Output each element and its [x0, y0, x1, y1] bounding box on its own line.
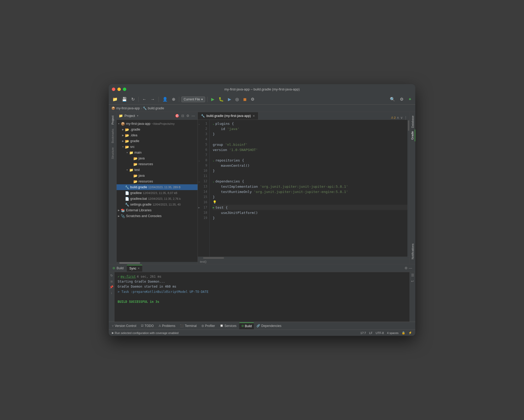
tree-arrow-src: ▾: [121, 146, 125, 148]
build-rerun-btn[interactable]: ↻: [109, 273, 114, 278]
notifications-panel-label[interactable]: Notifications: [410, 242, 415, 261]
build-soft-wrap-btn[interactable]: ↩: [411, 279, 414, 283]
todo-tab[interactable]: ☑ TODO: [139, 322, 156, 329]
tree-arrow-main-java: ▶: [129, 157, 133, 160]
locate-file-btn[interactable]: 🎯: [174, 113, 180, 118]
fold-icon-17[interactable]: ▶: [213, 206, 214, 209]
sync-tab-close[interactable]: ✕: [138, 267, 140, 270]
maximize-button[interactable]: [123, 88, 126, 91]
breadcrumb-file[interactable]: 🔧 build.gradle: [143, 106, 164, 110]
collapse-all-btn[interactable]: ⊟: [181, 113, 185, 118]
version-control-tab[interactable]: ⑂ Version Control: [110, 322, 138, 329]
editor-tab-build-gradle[interactable]: 🔧 build.gradle (my-first-java-app) ✕: [198, 112, 258, 120]
run-button[interactable]: ▶: [210, 96, 216, 103]
my-first-link-text[interactable]: my-first: [121, 274, 136, 279]
tree-item-gradlew[interactable]: ▶ 📄 gradlew 12/04/2023, 11:35, 8,07 kB: [117, 190, 198, 196]
tree-item-test-java[interactable]: ▶ 📂 java: [117, 173, 198, 179]
project-options-btn[interactable]: ⚙: [186, 113, 190, 118]
database-panel-label[interactable]: Database: [410, 114, 415, 130]
refresh-button[interactable]: ↻: [130, 96, 136, 103]
build-settings-btn[interactable]: ⚙: [405, 266, 408, 270]
build-sub-tab[interactable]: ⚙ Build: [110, 265, 126, 272]
editor-hscroll[interactable]: [198, 257, 410, 259]
debug-button[interactable]: 🐛: [217, 96, 225, 103]
tree-item-main-resources[interactable]: ▶ 📂 resources: [117, 161, 198, 167]
tree-item-gradlew-bat[interactable]: ▶ 📄 gradlew.bat 12/04/2023, 11:35, 2,76 …: [117, 196, 198, 202]
build-button[interactable]: ⚙: [249, 96, 256, 103]
tree-arrow-settings-gradle: ▶: [121, 203, 125, 206]
cursor-position[interactable]: 17:7: [361, 331, 366, 335]
breadcrumb-project[interactable]: 📦 my-first-java-app: [111, 106, 140, 110]
sync-tab-label: Sync: [129, 267, 137, 270]
open-folder-button[interactable]: 📁: [111, 96, 119, 103]
panel-strip-bookmarks-btn[interactable]: Bookmarks: [110, 127, 116, 145]
expand-btn[interactable]: ∨: [400, 116, 403, 120]
deps-icon: 🔗: [256, 324, 260, 327]
search-everywhere-button[interactable]: 🔍: [388, 96, 397, 103]
back-button[interactable]: ←: [141, 96, 148, 103]
project-scrollbar[interactable]: [117, 262, 198, 264]
user-button[interactable]: 👤: [161, 96, 169, 103]
tree-item-test[interactable]: ▾ 📁 test: [117, 167, 198, 173]
tree-item-gradle2[interactable]: ▶ 📂 gradle: [117, 138, 198, 144]
tree-item-scratches[interactable]: ▶ 📎 Scratches and Consoles: [117, 213, 198, 219]
minimize-button[interactable]: [117, 88, 121, 91]
panel-strip-structure-btn[interactable]: Structure: [110, 146, 116, 161]
collapse-btn[interactable]: ∧: [397, 116, 399, 120]
close-button[interactable]: [112, 88, 115, 91]
tree-item-main-java[interactable]: ▶ 📂 java: [117, 155, 198, 161]
tree-item-build-gradle[interactable]: ▶ 🔧 build.gradle 12/04/2023, 11:35, 289 …: [117, 184, 198, 190]
build-tab-active[interactable]: ⚙ Build: [239, 322, 254, 329]
fold-17[interactable]: ▶: [198, 206, 200, 209]
todo-label: TODO: [145, 324, 154, 328]
tree-item-main[interactable]: ▾ 📁 main: [117, 150, 198, 155]
fold-8[interactable]: ⌄: [198, 159, 200, 162]
tree-root[interactable]: ▾ 📦 my-first-java-app ~/IdeaProjects/my: [117, 121, 198, 127]
indent-settings[interactable]: 4 spaces: [387, 331, 399, 335]
build-filter-btn[interactable]: ☰: [411, 273, 414, 277]
settings-button[interactable]: ⚙: [398, 96, 405, 103]
tree-item-settings-gradle[interactable]: ▶ 🔧 settings.gradle 12/04/2023, 11:35, 4…: [117, 202, 198, 207]
tree-item-ext-libs[interactable]: ▶ 📚 External Libraries: [117, 207, 198, 213]
build-stop-btn[interactable]: ◼: [109, 279, 114, 284]
fold-icon-12[interactable]: ⌄: [213, 180, 214, 183]
build-gradle-meta: 12/04/2023, 11:35, 289 B: [148, 186, 181, 189]
profiler-tab[interactable]: ◎ Profiler: [199, 322, 217, 329]
profile-button[interactable]: ◎: [234, 96, 241, 103]
dependencies-tab[interactable]: 🔗 Dependencies: [254, 322, 283, 329]
encoding[interactable]: UTF-8: [376, 331, 384, 335]
build-pin-btn[interactable]: 📌: [109, 285, 114, 289]
plugins-button[interactable]: ✦: [407, 96, 413, 103]
tree-item-test-resources[interactable]: ▶ 📂 resources: [117, 179, 198, 184]
build-hide-btn[interactable]: —: [409, 266, 412, 270]
sync-tab[interactable]: Sync ✕: [127, 265, 143, 272]
forward-button[interactable]: →: [149, 96, 156, 103]
tree-item-gradle-folder[interactable]: ▶ 📂 .gradle: [117, 127, 198, 132]
terminal-tab[interactable]: ⬛ Terminal: [178, 322, 199, 329]
fold-12[interactable]: ⌄: [198, 180, 200, 183]
build-left-strip: ↻ ◼ 📌 ↓: [109, 272, 114, 322]
recent-files-btn[interactable]: ⋮: [404, 116, 407, 120]
fold-icon-1[interactable]: ⌄: [213, 122, 214, 125]
cursor-button[interactable]: ⊕: [170, 96, 177, 103]
gradle-panel-label[interactable]: Gradle: [410, 130, 415, 141]
build-scroll-end-btn[interactable]: ↓: [109, 290, 114, 295]
stop-button[interactable]: ◼: [242, 96, 248, 103]
editor-vscroll[interactable]: [407, 120, 410, 257]
tree-item-src[interactable]: ▾ 📂 src: [117, 144, 198, 150]
services-tab[interactable]: 🔲 Services: [218, 322, 239, 329]
fold-icon-8[interactable]: ⌄: [213, 159, 214, 162]
run-with-coverage-button[interactable]: ▶: [226, 96, 233, 103]
save-button[interactable]: 💾: [120, 96, 129, 103]
fold-1[interactable]: ⌄: [198, 122, 200, 125]
line-separator[interactable]: LF: [369, 331, 373, 335]
hide-panel-btn[interactable]: —: [191, 113, 195, 118]
panel-strip-project-btn[interactable]: Project: [110, 114, 116, 126]
code-content[interactable]: ⌄ plugins { id 'java' } gr: [210, 120, 407, 257]
build-gradle-label: build.gradle: [130, 185, 147, 189]
tab-close-btn[interactable]: ✕: [253, 114, 255, 118]
current-file-selector[interactable]: Current File ▾: [181, 96, 205, 102]
tree-item-idea[interactable]: ▶ 📂 .idea: [117, 132, 198, 138]
lightbulb-icon[interactable]: 💡: [213, 200, 217, 204]
problems-tab[interactable]: ⚠ Problems: [156, 322, 178, 329]
